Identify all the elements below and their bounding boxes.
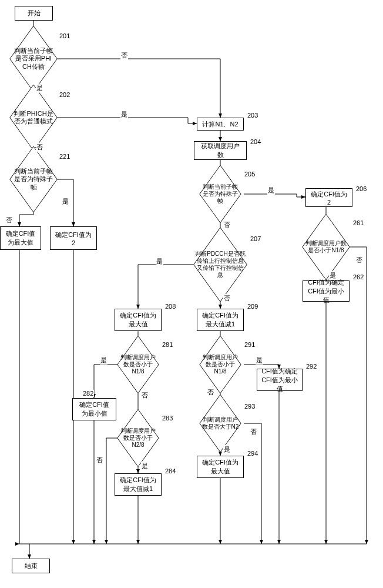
decision-207: 判断PDCCH是否既传输上行控制信息又传输下行控制信息	[194, 238, 247, 291]
step-label-209: 209	[247, 303, 258, 310]
process-262: CFI值为确定CFI值为最小值	[303, 280, 350, 302]
decision-221-text: 判断当前子帧是否为特殊子帧	[10, 166, 57, 192]
process-282: 确定CFI值为最小值	[72, 398, 116, 420]
step-label-202: 202	[59, 91, 70, 98]
no-label: 否	[120, 51, 128, 60]
decision-221: 判断当前子帧是否为特殊子帧	[10, 156, 57, 203]
yes-label: 是	[256, 356, 263, 365]
process-221b: 确定CFI值为2	[50, 226, 97, 250]
process-292-text: CFI值为确定CFI值为最小值	[261, 367, 298, 393]
decision-293: 判断调度用户数是否大于N2	[200, 403, 241, 444]
no-label: 否	[141, 391, 149, 400]
step-label-206: 206	[355, 185, 367, 192]
decision-281-text: 判断调度用户数是否小于N1/8	[117, 353, 159, 376]
end-label: 结束	[25, 562, 38, 570]
decision-202: 判断PHICH是否为普通模式	[10, 94, 57, 141]
step-label-284: 284	[164, 467, 176, 475]
decision-293-text: 判断调度用户数是否大于N2	[200, 415, 241, 432]
process-203-text: 计算N1、N2	[202, 120, 238, 129]
process-208: 确定CFI值为最大值	[115, 309, 162, 331]
decision-283: 判断调度用户数是否小于N2/8	[117, 417, 159, 459]
no-label: 否	[250, 427, 257, 436]
process-284: 确定CFI值为最大值减1	[115, 473, 162, 496]
process-209-text: 确定CFI值为最大值减1	[201, 311, 240, 329]
process-204: 获取调度用户数	[194, 141, 247, 160]
step-label-205: 205	[244, 171, 256, 178]
process-294-text: 确定CFI值为最大值	[201, 458, 240, 476]
decision-202-text: 判断PHICH是否为普通模式	[10, 109, 57, 126]
process-203: 计算N1、N2	[197, 118, 244, 131]
end-node: 结束	[12, 559, 50, 573]
step-label-291: 291	[244, 341, 256, 348]
step-label-221: 221	[59, 153, 70, 160]
step-label-293: 293	[244, 403, 256, 410]
decision-205-text: 判断当前子帧是否为特殊子帧	[200, 182, 241, 206]
yes-label: 是	[223, 445, 231, 454]
process-206: 确定CFI值为2	[305, 188, 352, 207]
step-label-292: 292	[305, 363, 317, 370]
step-label-261: 261	[352, 219, 364, 226]
yes-label: 是	[156, 257, 163, 266]
process-221b-text: 确定CFI值为2	[54, 230, 93, 246]
yes-label: 是	[36, 83, 43, 92]
process-282-text: 确定CFI值为最小值	[76, 400, 112, 418]
no-label: 否	[223, 294, 231, 303]
step-label-262: 262	[352, 273, 364, 280]
decision-261-text: 判断调度用户数是否小于N1/8	[303, 239, 350, 255]
yes-label: 是	[141, 462, 149, 470]
no-label: 否	[96, 456, 103, 465]
process-221a: 确定CFI值为最大值	[0, 226, 41, 250]
step-label-208: 208	[164, 303, 176, 310]
process-292: CFI值为确定CFI值为最小值	[257, 369, 303, 391]
step-label-282: 282	[82, 390, 94, 397]
process-221a-text: 确定CFI值为最大值	[4, 229, 37, 247]
no-label: 否	[223, 220, 231, 229]
yes-label: 是	[100, 356, 107, 365]
step-label-281: 281	[162, 341, 173, 348]
no-label: 否	[355, 256, 363, 265]
decision-201: 判断当前子帧是否采用PHI CH传输	[10, 35, 57, 82]
decision-283-text: 判断调度用户数是否小于N2/8	[117, 426, 159, 450]
decision-201-text: 判断当前子帧是否采用PHI CH传输	[10, 46, 57, 72]
no-label: 否	[5, 216, 13, 225]
decision-291: 判断调度用户数是否小于N1/8	[200, 344, 241, 385]
yes-label: 是	[267, 186, 275, 195]
start-node: 开始	[15, 6, 53, 21]
step-label-204: 204	[250, 138, 261, 145]
no-label: 否	[207, 388, 214, 397]
start-label: 开始	[28, 9, 41, 18]
process-206-text: 确定CFI值为2	[310, 190, 348, 206]
step-label-294: 294	[247, 450, 258, 457]
step-label-203: 203	[247, 112, 258, 119]
decision-205: 判断当前子帧是否为特殊子帧	[200, 173, 241, 215]
step-label-201: 201	[59, 32, 70, 39]
process-262-text: CFI值为确定CFI值为最小值	[307, 278, 345, 305]
process-208-text: 确定CFI值为最大值	[119, 311, 157, 329]
process-204-text: 获取调度用户数	[198, 142, 243, 159]
process-209: 确定CFI值为最大值减1	[197, 309, 244, 331]
step-label-283: 283	[162, 415, 173, 422]
process-294: 确定CFI值为最大值	[197, 456, 244, 478]
process-284-text: 确定CFI值为最大值减1	[119, 476, 157, 493]
decision-291-text: 判断调度用户数是否小于N1/8	[200, 353, 241, 376]
yes-label: 是	[120, 110, 128, 119]
step-label-207: 207	[250, 235, 261, 242]
decision-261: 判断调度用户数是否小于N1/8	[303, 223, 350, 270]
yes-label: 是	[329, 271, 337, 280]
decision-281: 判断调度用户数是否小于N1/8	[117, 344, 159, 385]
flowchart-canvas: 开始 判断当前子帧是否采用PHI CH传输 201 是 否 判断PHICH是否为…	[3, 3, 379, 585]
no-label: 否	[36, 143, 43, 152]
yes-label: 是	[62, 197, 69, 206]
decision-207-text: 判断PDCCH是否既传输上行控制信息又传输下行控制信息	[194, 249, 247, 280]
